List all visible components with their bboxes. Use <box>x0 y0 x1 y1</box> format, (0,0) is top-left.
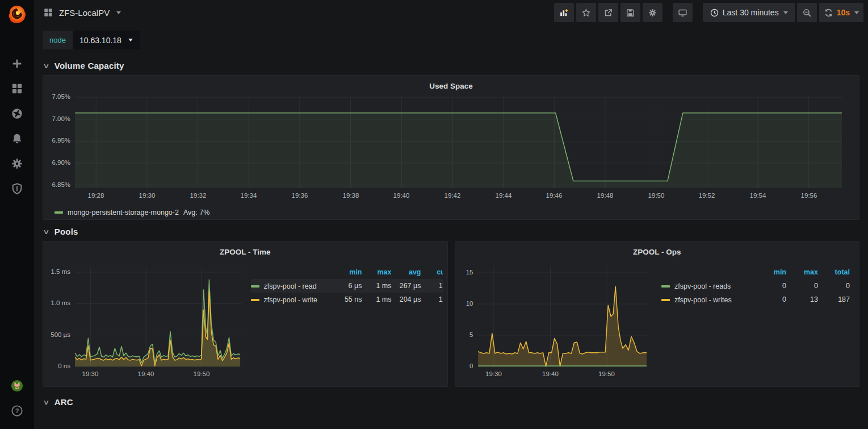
legend-stat-value: 0 <box>759 293 791 306</box>
chevron-down-icon <box>854 11 859 14</box>
x-axis-tick-label: 19:52 <box>694 192 719 199</box>
legend-stat-value: 204 µs <box>396 293 426 306</box>
time-range-picker[interactable]: Last 30 minutes <box>703 3 795 22</box>
share-dashboard-button[interactable] <box>598 3 618 22</box>
sidebar: ? <box>0 0 34 429</box>
legend-stat-value: 172 <box>426 279 443 293</box>
legend-series-name[interactable]: zfspv-pool - reads <box>661 279 759 293</box>
y-axis-tick-label: 1.0 ms <box>48 299 70 306</box>
x-axis-tick-label: 19:36 <box>287 192 312 199</box>
section-title: Pools <box>54 227 78 236</box>
legend-column-header: max <box>367 266 396 279</box>
x-axis-tick-label: 19:28 <box>83 192 108 199</box>
explore-compass-icon[interactable] <box>5 101 30 126</box>
chevron-down-icon: ∨ <box>43 228 49 236</box>
panel-title[interactable]: ZPOOL - Time <box>48 246 443 259</box>
legend-column-header: curr <box>426 266 443 279</box>
y-axis-tick-label: 6.90% <box>48 159 70 166</box>
alerting-bell-icon[interactable] <box>5 126 30 151</box>
time-range-label: Last 30 minutes <box>723 8 779 17</box>
y-axis-tick-label: 7.00% <box>48 115 70 122</box>
y-axis-tick-label: 6.85% <box>48 181 70 188</box>
legend-series-name[interactable]: zfspv-pool - read <box>251 279 337 293</box>
panel-zpool-ops: ZPOOL - Ops 05101519:3019:4019:50 minmax… <box>455 241 860 387</box>
x-axis-tick-label: 19:42 <box>440 192 465 199</box>
legend-stat-value: 0 <box>791 279 823 293</box>
star-dashboard-button[interactable] <box>576 3 596 22</box>
x-axis-tick-label: 19:50 <box>189 370 214 377</box>
dashboard-body: node 10.63.10.18 ∨ Volume Capacity Used … <box>34 25 868 429</box>
legend-stat-value: 135 <box>426 293 443 306</box>
section-title: Volume Capacity <box>54 61 124 70</box>
legend-swatch <box>251 299 259 301</box>
legend-swatch <box>661 285 670 288</box>
legend-stat-value: 187 <box>823 293 854 306</box>
server-admin-shield-icon[interactable] <box>5 176 30 201</box>
dashboard-grid-icon <box>43 7 53 18</box>
legend-swatch <box>54 211 63 214</box>
refresh-picker[interactable]: 10s <box>819 3 863 22</box>
legend-series-avg: Avg: 7% <box>183 209 209 216</box>
y-axis-tick-label: 0 <box>460 363 473 369</box>
panel-title[interactable]: Used Space <box>48 80 854 93</box>
y-axis-tick-label: 1.5 ms <box>48 268 70 275</box>
x-axis-tick-label: 19:40 <box>133 370 158 377</box>
legend-stat-value: 1 ms <box>367 293 396 306</box>
y-axis-tick-label: 500 µs <box>48 331 70 338</box>
y-axis-tick-label: 15 <box>460 269 473 276</box>
legend-series-name[interactable]: zfspv-pool - write <box>251 293 337 306</box>
x-axis-tick-label: 19:48 <box>593 192 618 199</box>
dashboard-title-dropdown[interactable]: ZFS-LocalPV <box>43 7 121 18</box>
y-axis-tick-label: 10 <box>460 300 473 307</box>
top-navbar: ZFS-LocalPV <box>34 0 868 25</box>
chevron-down-icon <box>116 11 121 14</box>
dashboard-settings-button[interactable] <box>643 3 662 22</box>
refresh-icon <box>824 8 833 18</box>
variable-label: node <box>43 31 73 49</box>
variable-current-value: 10.63.10.18 <box>79 36 121 45</box>
legend-series-name[interactable]: mongo-persistent-storage-mongo-2 <box>68 209 179 216</box>
x-axis-tick-label: 19:50 <box>644 192 669 199</box>
cycle-view-mode-button[interactable] <box>673 3 693 22</box>
y-axis-tick-label: 7.05% <box>48 93 70 100</box>
variable-value-dropdown[interactable]: 10.63.10.18 <box>73 31 140 49</box>
legend-column-header: max <box>791 266 823 279</box>
clock-icon <box>710 8 719 18</box>
legend-column-header: min <box>337 266 367 279</box>
help-question-icon[interactable]: ? <box>5 398 30 423</box>
dashboard-title: ZFS-LocalPV <box>59 8 110 18</box>
legend-series-name[interactable]: zfspv-pool - writes <box>661 293 759 306</box>
x-axis-tick-label: 19:54 <box>745 192 770 199</box>
save-dashboard-button[interactable] <box>620 3 640 22</box>
y-axis-tick-label: 5 <box>460 331 473 338</box>
section-arc[interactable]: ∨ ARC <box>43 394 859 411</box>
section-volume-capacity[interactable]: ∨ Volume Capacity <box>43 57 859 75</box>
used-space-chart[interactable]: 6.85%6.90%6.95%7.00%7.05%19:2819:3019:32… <box>48 93 854 205</box>
x-axis-tick-label: 19:46 <box>542 192 567 199</box>
user-avatar[interactable] <box>5 373 30 398</box>
dashboards-icon[interactable] <box>5 76 30 101</box>
zpool-time-legend: minmaxavgcurrzfspv-pool - read6 µs1 ms26… <box>251 266 443 384</box>
section-pools[interactable]: ∨ Pools <box>43 223 859 241</box>
legend-swatch <box>661 299 670 301</box>
x-axis-tick-label: 19:40 <box>538 370 563 377</box>
x-axis-tick-label: 19:34 <box>236 192 261 199</box>
zpool-ops-legend: minmaxtotalzfspv-pool - reads000zfspv-po… <box>661 266 854 384</box>
zoom-out-time-button[interactable] <box>797 3 817 22</box>
x-axis-tick-label: 19:30 <box>78 370 103 377</box>
zpool-time-chart[interactable]: 0 ns500 µs1.0 ms1.5 ms19:3019:4019:50 <box>48 260 248 384</box>
x-axis-tick-label: 19:44 <box>491 192 516 199</box>
refresh-interval-label: 10s <box>837 8 850 17</box>
configuration-gear-icon[interactable] <box>5 151 30 176</box>
add-panel-button[interactable] <box>554 3 574 22</box>
legend-stat-value: 1 ms <box>367 279 396 293</box>
grafana-logo[interactable] <box>7 5 27 24</box>
y-axis-tick-label: 0 ns <box>48 363 70 369</box>
legend-stat-value: 6 µs <box>337 279 367 293</box>
x-axis-tick-label: 19:30 <box>481 370 506 377</box>
zpool-ops-chart[interactable]: 05101519:3019:4019:50 <box>460 260 654 384</box>
create-plus-icon[interactable] <box>5 51 30 76</box>
legend-stat-value: 267 µs <box>396 279 426 293</box>
panel-title[interactable]: ZPOOL - Ops <box>460 246 855 259</box>
y-axis-tick-label: 6.95% <box>48 137 70 144</box>
